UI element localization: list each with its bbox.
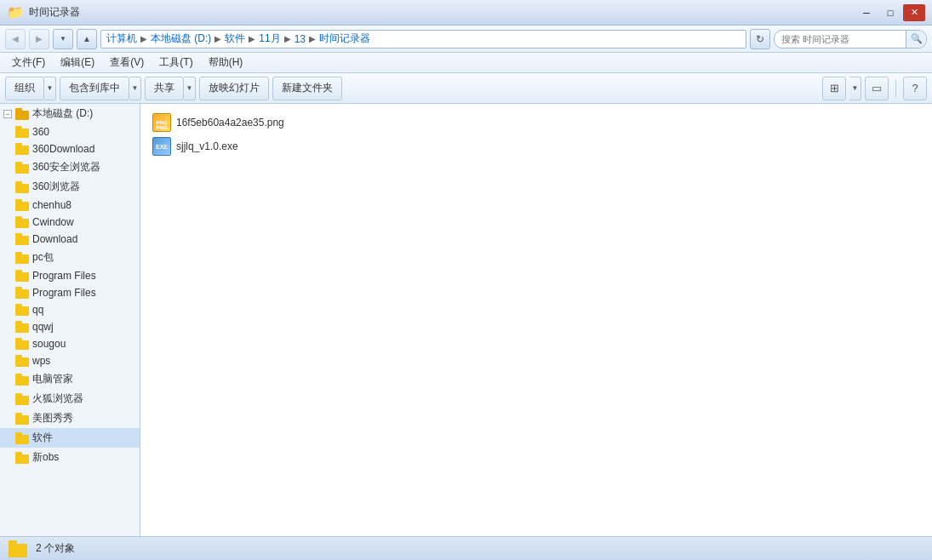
view-list-button[interactable]: ▭ bbox=[865, 77, 889, 100]
sidebar-item-18[interactable]: 新obs bbox=[0, 448, 140, 467]
sidebar-item-0[interactable]: 360 bbox=[0, 123, 140, 140]
sidebar-item-12[interactable]: sougou bbox=[0, 335, 140, 352]
sidebar-item-label: 360安全浏览器 bbox=[32, 160, 100, 174]
sidebar-item-1[interactable]: 360Download bbox=[0, 140, 140, 157]
sidebar-item-7[interactable]: pc包 bbox=[0, 248, 140, 267]
sidebar-item-label: 360Download bbox=[32, 143, 94, 155]
folder-icon bbox=[15, 374, 29, 386]
sidebar-item-label: 软件 bbox=[32, 431, 53, 445]
folder-icon bbox=[15, 216, 29, 228]
back-button[interactable]: ◀ bbox=[5, 29, 26, 49]
view-icon: ⊞ bbox=[830, 82, 839, 94]
folder-icon bbox=[15, 413, 29, 425]
organize-dropdown[interactable]: ▼ bbox=[44, 77, 56, 100]
breadcrumb-item-software[interactable]: 软件 bbox=[225, 31, 245, 46]
help-icon: ? bbox=[912, 82, 918, 94]
menu-tools[interactable]: 工具(T) bbox=[152, 54, 199, 71]
sidebar-item-label: 电脑管家 bbox=[32, 372, 73, 386]
exe-icon: EXE bbox=[152, 137, 171, 156]
breadcrumb-sep-2: ▶ bbox=[214, 34, 221, 43]
forward-button[interactable]: ▶ bbox=[29, 29, 49, 49]
sidebar-item-label: 360浏览器 bbox=[32, 180, 80, 194]
file-item-0[interactable]: PNG16f5eb60a4a2ae35.png bbox=[147, 111, 289, 134]
breadcrumb-sep-3: ▶ bbox=[249, 34, 255, 43]
toolbar-separator bbox=[895, 80, 896, 97]
breadcrumb-sep-1: ▶ bbox=[140, 34, 147, 43]
folder-icon bbox=[15, 233, 29, 245]
sidebar-item-label: sougou bbox=[32, 338, 66, 350]
menu-view[interactable]: 查看(V) bbox=[103, 54, 151, 71]
breadcrumb-sep-5: ▶ bbox=[309, 34, 316, 43]
breadcrumb-item-day[interactable]: 13 bbox=[294, 33, 306, 45]
folder-icon bbox=[15, 162, 29, 174]
sidebar-item-4[interactable]: chenhu8 bbox=[0, 197, 140, 214]
close-button[interactable]: ✕ bbox=[903, 4, 925, 21]
file-label: 16f5eb60a4a2ae35.png bbox=[176, 117, 284, 129]
drive-folder-icon bbox=[15, 108, 29, 120]
sidebar-item-6[interactable]: Download bbox=[0, 231, 140, 248]
sidebar-item-11[interactable]: qqwj bbox=[0, 318, 140, 335]
file-item-1[interactable]: EXEsjjlq_v1.0.exe bbox=[147, 134, 243, 158]
breadcrumb-item-month[interactable]: 11月 bbox=[259, 31, 280, 46]
breadcrumb-item-computer[interactable]: 计算机 bbox=[106, 31, 137, 46]
refresh-button[interactable]: ↻ bbox=[750, 29, 770, 49]
minimize-button[interactable]: ─ bbox=[855, 4, 878, 21]
sidebar-item-17[interactable]: 软件 bbox=[0, 428, 140, 448]
maximize-button[interactable]: □ bbox=[879, 4, 901, 21]
sidebar-item-8[interactable]: Program Files bbox=[0, 267, 140, 284]
sidebar-root-label: 本地磁盘 (D:) bbox=[32, 106, 93, 121]
folder-icon bbox=[15, 270, 29, 282]
sidebar-item-5[interactable]: Cwindow bbox=[0, 214, 140, 231]
breadcrumb[interactable]: 计算机 ▶ 本地磁盘 (D:) ▶ 软件 ▶ 11月 ▶ 13 ▶ 时间记录器 bbox=[100, 30, 746, 49]
menu-help[interactable]: 帮助(H) bbox=[202, 54, 250, 71]
sidebar-item-16[interactable]: 美图秀秀 bbox=[0, 409, 140, 428]
folder-icon bbox=[15, 287, 29, 299]
sidebar-item-label: Program Files bbox=[32, 287, 96, 299]
sidebar-item-label: pc包 bbox=[32, 250, 54, 265]
slideshow-button[interactable]: 放映幻灯片 bbox=[199, 77, 269, 100]
new-folder-button[interactable]: 新建文件夹 bbox=[272, 77, 342, 100]
main-area: − 本地磁盘 (D:) 360360Download360安全浏览器360浏览器… bbox=[0, 104, 932, 536]
folder-icon bbox=[15, 181, 29, 193]
dropdown-button[interactable]: ▼ bbox=[53, 29, 73, 49]
toolbar: 组织 ▼ 包含到库中 ▼ 共享 ▼ 放映幻灯片 新建文件夹 ⊞ ▼ ▭ ? bbox=[0, 73, 932, 104]
include-button[interactable]: 包含到库中 bbox=[60, 77, 129, 100]
sidebar-item-14[interactable]: 电脑管家 bbox=[0, 369, 140, 389]
search-input[interactable] bbox=[775, 34, 906, 44]
share-button[interactable]: 共享 bbox=[145, 77, 184, 100]
search-bar[interactable]: 🔍 bbox=[774, 30, 927, 49]
sidebar-item-label: Program Files bbox=[32, 270, 96, 282]
sidebar-item-13[interactable]: wps bbox=[0, 352, 140, 369]
sidebar-item-root[interactable]: − 本地磁盘 (D:) bbox=[0, 104, 140, 123]
view-icon-button[interactable]: ⊞ bbox=[822, 77, 846, 100]
folder-icon bbox=[15, 355, 29, 367]
sidebar-item-9[interactable]: Program Files bbox=[0, 284, 140, 301]
sidebar-item-label: chenhu8 bbox=[32, 199, 71, 211]
menu-file[interactable]: 文件(F) bbox=[5, 54, 52, 71]
status-text: 2 个对象 bbox=[36, 541, 75, 556]
sidebar-item-2[interactable]: 360安全浏览器 bbox=[0, 157, 140, 177]
address-bar: ◀ ▶ ▼ ▲ 计算机 ▶ 本地磁盘 (D:) ▶ 软件 ▶ 11月 ▶ 13 … bbox=[0, 26, 932, 53]
include-label: 包含到库中 bbox=[69, 81, 120, 95]
sidebar-item-15[interactable]: 火狐浏览器 bbox=[0, 389, 140, 409]
menu-edit[interactable]: 编辑(E) bbox=[54, 54, 101, 71]
folder-icon bbox=[15, 321, 29, 333]
sidebar-item-3[interactable]: 360浏览器 bbox=[0, 177, 140, 197]
breadcrumb-sep-4: ▶ bbox=[284, 34, 291, 43]
status-folder-icon bbox=[9, 540, 27, 557]
sidebar-item-label: Download bbox=[32, 233, 77, 245]
view-dropdown[interactable]: ▼ bbox=[849, 77, 861, 100]
folder-icon bbox=[15, 432, 29, 444]
search-icon[interactable]: 🔍 bbox=[906, 30, 926, 49]
help-button[interactable]: ? bbox=[903, 77, 927, 100]
share-dropdown[interactable]: ▼ bbox=[184, 77, 196, 100]
up-button[interactable]: ▲ bbox=[77, 29, 97, 49]
sidebar-item-label: qq bbox=[32, 304, 43, 316]
include-dropdown[interactable]: ▼ bbox=[129, 77, 141, 100]
sidebar-item-10[interactable]: qq bbox=[0, 301, 140, 318]
tree-toggle-root[interactable]: − bbox=[3, 110, 12, 118]
view-list-icon: ▭ bbox=[872, 82, 882, 94]
organize-button[interactable]: 组织 bbox=[5, 77, 44, 100]
breadcrumb-item-folder[interactable]: 时间记录器 bbox=[319, 31, 370, 46]
breadcrumb-item-drive[interactable]: 本地磁盘 (D:) bbox=[151, 31, 211, 46]
